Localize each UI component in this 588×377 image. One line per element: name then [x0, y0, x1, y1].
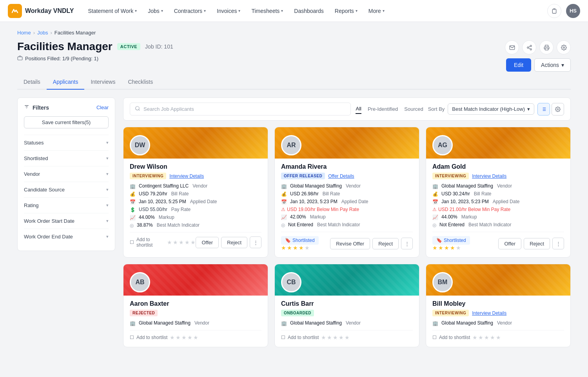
page-header-right: Edit Actions ▾: [505, 40, 571, 72]
sidebar-header: Filters Clear: [24, 104, 109, 111]
btn-reject-dw[interactable]: Reject: [221, 237, 247, 248]
filter-group-rating-header[interactable]: Rating ▾: [24, 202, 109, 208]
settings-view-icon-btn[interactable]: [552, 103, 564, 115]
star-1: ★: [432, 245, 437, 251]
btn-offer-dw[interactable]: Offer: [196, 237, 219, 248]
filter-group-vendor-header[interactable]: Vendor ▾: [24, 171, 109, 177]
print-icon-btn[interactable]: [539, 40, 554, 54]
nav-item-invoices[interactable]: Invoices▾: [212, 5, 245, 17]
bill-rate-value-ag: USD 30.24/hr: [441, 191, 470, 197]
detail-link-dw[interactable]: Interview Details: [169, 173, 204, 179]
tab-interviews[interactable]: Interviews: [84, 75, 122, 90]
best-match-label-dw: Best Match Indicator: [157, 222, 200, 228]
edit-button[interactable]: Edit: [506, 58, 531, 72]
clipboard-icon-btn[interactable]: [547, 4, 561, 18]
bill-rate-icon-ar: 💰: [281, 191, 287, 197]
tab-applicants[interactable]: Applicants: [47, 75, 85, 90]
actions-label: Actions: [541, 62, 559, 68]
status-badge-ar: OFFER RELEASED: [281, 173, 325, 179]
detail-link-bm[interactable]: Interview Details: [472, 310, 506, 316]
btn-reject-ag[interactable]: Reject: [524, 238, 550, 249]
markup-label-dw: Markup: [159, 215, 174, 220]
filter-group-statuses-header[interactable]: Statuses ▾: [24, 140, 109, 146]
filter-shortlisted-chevron: ▾: [106, 156, 109, 161]
card-status-row-ab: REJECTED: [130, 310, 261, 316]
nav-item-dashboards[interactable]: Dashboards: [289, 5, 328, 17]
add-shortlist-cb[interactable]: ☐ Add to shortlist ★★★★★: [281, 334, 350, 341]
actions-button[interactable]: Actions ▾: [534, 58, 571, 72]
page-header-left: Facilities Manager ACTIVE Job ID: 101 Po…: [17, 40, 173, 62]
nav-item-label-dashboards: Dashboards: [294, 8, 324, 14]
nav-item-jobs[interactable]: Jobs▾: [143, 5, 168, 17]
nav-chevron-reports: ▾: [356, 9, 358, 13]
filter-group-work-order-start-date-header[interactable]: Work Order Start Date ▾: [24, 218, 109, 224]
nav-item-label-contractors: Contractors: [174, 8, 202, 14]
breadcrumb-jobs[interactable]: Jobs: [37, 30, 48, 36]
card-bottom-bm: ☐ Add to shortlist ★★★★★: [432, 334, 564, 341]
detail-link-ag[interactable]: Interview Details: [472, 173, 506, 179]
nav-item-timesheets[interactable]: Timesheets▾: [247, 5, 288, 17]
search-input[interactable]: [143, 106, 346, 112]
nav-item-contractors[interactable]: Contractors▾: [169, 5, 211, 17]
tab-checklists[interactable]: Checklists: [122, 75, 159, 90]
filter-group-candidate-source-header[interactable]: Candidate Source ▾: [24, 187, 109, 193]
more-options-btn-ar[interactable]: ⋮: [401, 238, 413, 249]
more-options-btn-ag[interactable]: ⋮: [552, 238, 564, 249]
more-options-btn-dw[interactable]: ⋮: [250, 236, 261, 248]
star-1: ★: [321, 334, 326, 341]
sort-select[interactable]: Best Match Indicator (High-Low) ▾: [448, 103, 534, 115]
list-view-icon-btn[interactable]: [537, 103, 550, 115]
svg-point-3: [530, 49, 532, 50]
add-shortlist-ab[interactable]: ☐ Add to shortlist ★★★★★: [130, 334, 198, 341]
shortlisted-badge-ar[interactable]: 🔖 Shortlisted: [281, 236, 319, 245]
card-bottom-ar: 🔖 Shortlisted ★★★★★ Revise OfferReject ⋮: [281, 236, 413, 251]
share-icon-btn[interactable]: [522, 40, 536, 54]
card-avatar-dw: DW: [130, 135, 150, 155]
card-divider-ag: [432, 232, 564, 232]
filter-tab-all[interactable]: All: [356, 104, 361, 114]
btn-revise-offer-ar[interactable]: Revise Offer: [330, 238, 370, 249]
tab-details[interactable]: Details: [17, 75, 47, 90]
card-status-row-bm: INTERVIEWING Interview Details: [432, 310, 564, 316]
email-icon-btn[interactable]: [505, 40, 519, 54]
filter-group-work-order-end-date-header[interactable]: Work Order End Date ▾: [24, 234, 109, 240]
nav-item-more[interactable]: More▾: [364, 5, 389, 17]
btn-reject-ar[interactable]: Reject: [372, 238, 399, 249]
nav-item-statement-of-work[interactable]: Statement of Work▾: [83, 5, 142, 17]
filter-group-work-order-end-date: Work Order End Date ▾: [24, 229, 109, 244]
btn-offer-ag[interactable]: Offer: [498, 238, 521, 249]
search-input-wrap[interactable]: [130, 103, 351, 115]
filter-tab-pre-identified[interactable]: Pre-Identified: [368, 105, 398, 114]
detail-link-ar[interactable]: Offer Details: [328, 173, 354, 179]
star-2: ★: [438, 245, 443, 251]
svg-point-1: [530, 45, 532, 47]
markup-row-ag: 📈 44.00% Markup: [432, 214, 564, 220]
card-divider-dw: [130, 232, 261, 233]
save-filters-button[interactable]: Save current filters(5): [24, 116, 109, 128]
filter-vendor-chevron: ▾: [106, 171, 109, 177]
logo-area[interactable]: Workday VNDLY: [8, 4, 74, 18]
nav-item-label-invoices: Invoices: [217, 8, 237, 14]
star-1: ★: [281, 245, 286, 251]
filter-group-shortlisted-header[interactable]: Shortlisted ▾: [24, 155, 109, 161]
applied-date-row-ar: 📅 Jan 10, 2023, 5:23 PM Applied Date: [281, 199, 413, 205]
add-shortlist-dw[interactable]: ☐ Add to shortlist ★★★★★: [130, 237, 196, 248]
applied-date-row-ag: 📅 Jan 10, 2023, 5:23 PM Applied Date: [432, 199, 564, 205]
stars-ar: ★★★★★: [281, 245, 319, 251]
card-name-ab: Aaron Baxter: [130, 300, 261, 307]
clear-filters-link[interactable]: Clear: [96, 105, 109, 110]
user-avatar[interactable]: HS: [566, 4, 580, 18]
filter-tab-sourced[interactable]: Sourced: [404, 105, 423, 114]
top-navigation: Workday VNDLY Statement of Work▾Jobs▾Con…: [0, 0, 588, 22]
page-header: Facilities Manager ACTIVE Job ID: 101 Po…: [17, 40, 571, 72]
breadcrumb-home[interactable]: Home: [17, 30, 31, 36]
shortlisted-label-ar: Shortlisted: [292, 238, 315, 243]
nav-item-reports[interactable]: Reports▾: [330, 5, 362, 17]
card-body-cb: Curtis Barr ONBOARDED 🏢 Global Managed S…: [275, 296, 419, 347]
shortlisted-badge-ag[interactable]: 🔖 Shortlisted: [432, 236, 470, 245]
settings-icon-btn[interactable]: [557, 40, 571, 54]
add-shortlist-bm[interactable]: ☐ Add to shortlist ★★★★★: [432, 334, 501, 341]
breadcrumb-sep-1: ›: [33, 30, 35, 36]
markup-icon-dw: 📈: [130, 215, 136, 220]
card-actions-ar: Revise OfferReject ⋮: [330, 238, 413, 249]
